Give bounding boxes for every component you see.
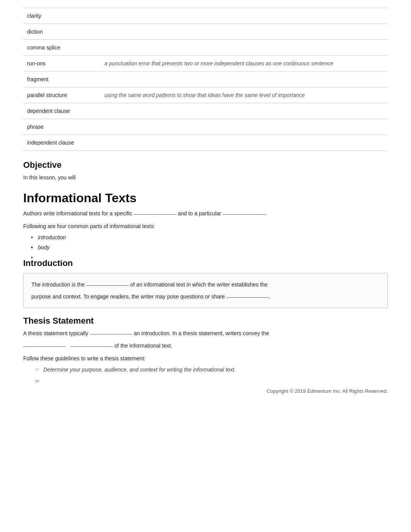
informational-texts-bullets: introductionbody	[31, 234, 388, 251]
vocab-table: claritydictioncomma splicerun-onsa punct…	[23, 8, 388, 151]
vocab-row: clarity	[23, 8, 388, 24]
vocab-term: comma splice	[23, 40, 101, 56]
introduction-heading: Introduction	[23, 258, 388, 268]
blank-2	[223, 209, 265, 215]
list-item: introduction	[31, 234, 388, 240]
vocab-row: run-onsa punctuation error that presents…	[23, 56, 388, 72]
objective-heading: Objective	[23, 160, 388, 170]
vocab-definition	[101, 8, 388, 24]
vocab-row: parallel structureusing the same word pa…	[23, 87, 388, 103]
blank-4	[226, 292, 269, 298]
thesis-heading: Thesis Statement	[23, 316, 388, 326]
vocab-definition	[101, 40, 388, 56]
thesis-line2: of the informational text.	[23, 341, 388, 350]
vocab-row: phrase	[23, 119, 388, 135]
vocab-definition: a punctuation error that presents two or…	[101, 56, 388, 72]
vocab-row: comma splice	[23, 40, 388, 56]
vocab-definition: using the same word patterns to show tha…	[101, 87, 388, 103]
vocab-term: diction	[23, 24, 101, 40]
thesis-line1: A thesis statement typically an introduc…	[23, 329, 388, 338]
blank-5	[90, 329, 132, 334]
introduction-section: Introduction The introduction is the of …	[23, 258, 388, 308]
blank-7	[70, 341, 113, 347]
thesis-section: Thesis Statement A thesis statement typi…	[23, 316, 388, 373]
vocab-definition	[101, 103, 388, 119]
vocab-definition	[101, 24, 388, 40]
footer-text: Copyright © 2019 Edmentum Inc. All Right…	[267, 388, 388, 394]
blank-6	[23, 341, 66, 347]
objective-section: Objective In this lesson, you will	[23, 160, 388, 182]
vocab-row: fragment	[23, 72, 388, 87]
informational-texts-line1: Authors write informational texts for a …	[23, 209, 388, 218]
list-item: body	[31, 244, 388, 251]
intro-box-line2: purpose and context. To engage readers, …	[31, 292, 380, 301]
vocab-term: run-ons	[23, 56, 101, 72]
vocab-term: dependent clause	[23, 103, 101, 119]
vocab-term: clarity	[23, 8, 101, 24]
vocab-term: parallel structure	[23, 87, 101, 103]
blank-1	[134, 209, 176, 215]
vocab-definition	[101, 72, 388, 87]
informational-texts-heading: Informational Texts	[23, 191, 388, 205]
blank-3	[86, 280, 129, 286]
vocab-definition	[101, 119, 388, 135]
objective-body: In this lesson, you will	[23, 173, 388, 182]
vocab-definition	[101, 135, 388, 151]
vocab-term: phrase	[23, 119, 101, 135]
informational-texts-section: Informational Texts Authors write inform…	[23, 191, 388, 251]
vocab-term: fragment	[23, 72, 101, 87]
vocab-term: independent clause	[23, 135, 101, 151]
thesis-guidelines: Determine your purpose, audience, and co…	[35, 367, 388, 373]
vocab-row: diction	[23, 24, 388, 40]
informational-texts-line2: Following are four common parts of infor…	[23, 222, 388, 230]
footer: Copyright © 2019 Edmentum Inc. All Right…	[23, 388, 388, 394]
thesis-guideline-intro: Follow these guidelines to write a thesi…	[23, 354, 388, 363]
vocab-row: dependent clause	[23, 103, 388, 119]
list-item: Determine your purpose, audience, and co…	[35, 367, 388, 373]
intro-box-line1: The introduction is the of an informatio…	[31, 280, 380, 289]
introduction-box: The introduction is the of an informatio…	[23, 273, 388, 308]
vocab-row: independent clause	[23, 135, 388, 151]
